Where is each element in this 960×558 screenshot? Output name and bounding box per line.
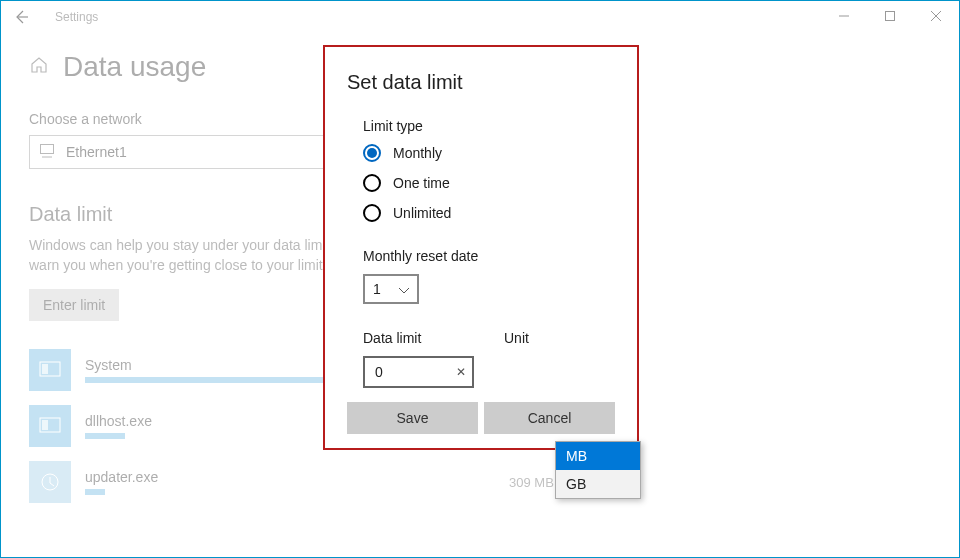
minimize-button[interactable] [821, 1, 867, 31]
app-icon [29, 405, 71, 447]
enter-limit-button[interactable]: Enter limit [29, 289, 119, 321]
radio-one-time[interactable]: One time [363, 174, 615, 192]
titlebar: Settings [1, 1, 959, 33]
radio-icon [363, 174, 381, 192]
cancel-button[interactable]: Cancel [484, 402, 615, 434]
svg-rect-8 [42, 420, 48, 430]
radio-label: One time [393, 175, 450, 191]
modal-title: Set data limit [347, 71, 615, 94]
back-button[interactable] [13, 9, 37, 25]
app-icon [29, 349, 71, 391]
monitor-icon [40, 144, 56, 161]
unit-dropdown[interactable]: MB GB [555, 441, 641, 499]
app-name: updater.exe [85, 469, 465, 485]
set-data-limit-modal: Set data limit Limit type Monthly One ti… [323, 45, 639, 450]
reset-date-select[interactable]: 1 [363, 274, 419, 304]
unit-option-mb[interactable]: MB [556, 442, 640, 470]
page-title: Data usage [63, 51, 206, 83]
window-title: Settings [55, 10, 98, 24]
app-row: updater.exe 309 MB [29, 461, 931, 503]
app-icon [29, 461, 71, 503]
radio-monthly[interactable]: Monthly [363, 144, 615, 162]
clear-icon[interactable]: ✕ [456, 365, 466, 379]
radio-label: Unlimited [393, 205, 451, 221]
limit-type-label: Limit type [363, 118, 615, 134]
data-limit-label: Data limit [363, 330, 474, 346]
network-name: Ethernet1 [66, 144, 127, 160]
svg-rect-1 [886, 12, 895, 21]
usage-bar [85, 489, 105, 495]
radio-unlimited[interactable]: Unlimited [363, 204, 615, 222]
network-select[interactable]: Ethernet1 [29, 135, 329, 169]
radio-label: Monthly [393, 145, 442, 161]
radio-icon [363, 204, 381, 222]
save-button[interactable]: Save [347, 402, 478, 434]
app-usage: 309 MB [509, 475, 554, 490]
usage-bar [85, 433, 125, 439]
maximize-button[interactable] [867, 1, 913, 31]
unit-option-gb[interactable]: GB [556, 470, 640, 498]
data-limit-value: 0 [375, 364, 383, 380]
reset-date-value: 1 [373, 281, 381, 297]
svg-rect-6 [42, 364, 48, 374]
data-limit-input[interactable]: 0 ✕ [363, 356, 474, 388]
close-button[interactable] [913, 1, 959, 31]
radio-icon [363, 144, 381, 162]
svg-rect-4 [41, 144, 54, 153]
reset-date-label: Monthly reset date [363, 248, 615, 264]
home-icon[interactable] [29, 55, 49, 79]
chevron-down-icon [399, 281, 409, 297]
unit-label: Unit [504, 330, 615, 346]
